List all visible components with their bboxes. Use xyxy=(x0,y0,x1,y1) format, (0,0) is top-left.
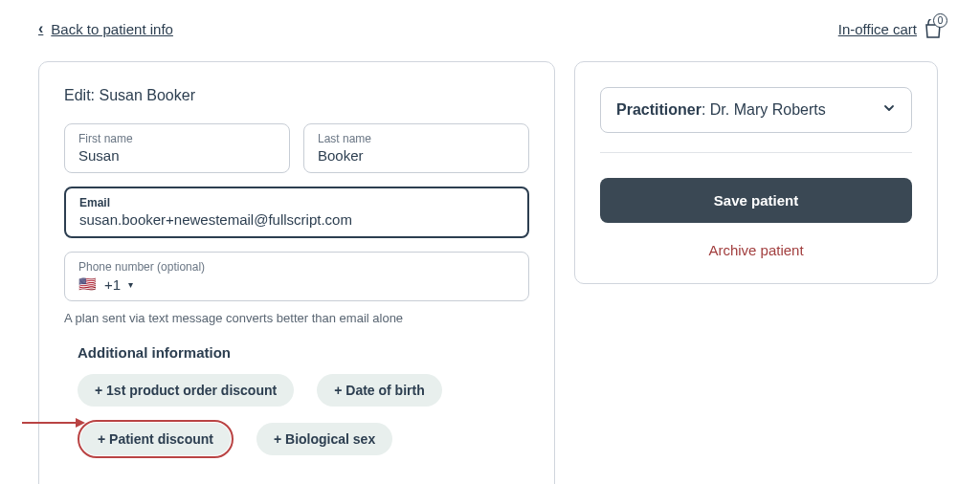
chevron-down-icon[interactable]: ▾ xyxy=(128,279,133,290)
phone-hint: A plan sent via text message converts be… xyxy=(64,311,529,325)
first-name-input[interactable] xyxy=(78,147,276,164)
actions-panel: Practitioner: Dr. Mary Roberts Save pati… xyxy=(574,61,938,284)
edit-patient-panel: Edit: Susan Booker First name Last name … xyxy=(38,61,555,484)
email-input[interactable] xyxy=(79,211,514,228)
last-name-field[interactable]: Last name xyxy=(303,123,529,173)
last-name-label: Last name xyxy=(318,132,515,145)
add-first-order-discount-button[interactable]: + 1st product order discount xyxy=(78,374,294,407)
cart-link-label: In-office cart xyxy=(838,21,917,37)
first-name-field[interactable]: First name xyxy=(64,123,290,173)
practitioner-select[interactable]: Practitioner: Dr. Mary Roberts xyxy=(600,87,912,133)
last-name-input[interactable] xyxy=(318,147,515,164)
phone-label: Phone number (optional) xyxy=(78,260,515,274)
phone-field[interactable]: Phone number (optional) 🇺🇸 +1 ▾ xyxy=(64,252,529,301)
patient-discount-highlight: + Patient discount xyxy=(78,420,234,458)
in-office-cart-link[interactable]: In-office cart 0 xyxy=(838,19,942,38)
email-field[interactable]: Email xyxy=(64,187,529,238)
practitioner-value: Dr. Mary Roberts xyxy=(710,101,826,118)
page-title: Edit: Susan Booker xyxy=(64,87,529,104)
chevron-left-icon: ‹ xyxy=(38,20,43,37)
add-patient-discount-button[interactable]: + Patient discount xyxy=(80,423,231,455)
cart-badge: 0 xyxy=(933,13,947,28)
save-patient-button[interactable]: Save patient xyxy=(600,178,912,223)
back-to-patient-info-link[interactable]: ‹ Back to patient info xyxy=(38,20,173,37)
email-label: Email xyxy=(79,196,514,209)
chevron-down-icon xyxy=(882,101,896,119)
phone-flag-icon: 🇺🇸 xyxy=(78,275,97,293)
divider xyxy=(600,152,912,153)
back-link-label: Back to patient info xyxy=(51,21,173,37)
additional-info-heading: Additional information xyxy=(78,344,529,361)
phone-country-code: +1 xyxy=(104,276,121,293)
add-biological-sex-button[interactable]: + Biological sex xyxy=(256,423,392,455)
first-name-label: First name xyxy=(78,132,276,145)
cart-icon: 0 xyxy=(924,19,942,38)
archive-patient-link[interactable]: Archive patient xyxy=(600,242,912,258)
add-date-of-birth-button[interactable]: + Date of birth xyxy=(317,374,442,407)
practitioner-label: Practitioner xyxy=(616,101,702,118)
